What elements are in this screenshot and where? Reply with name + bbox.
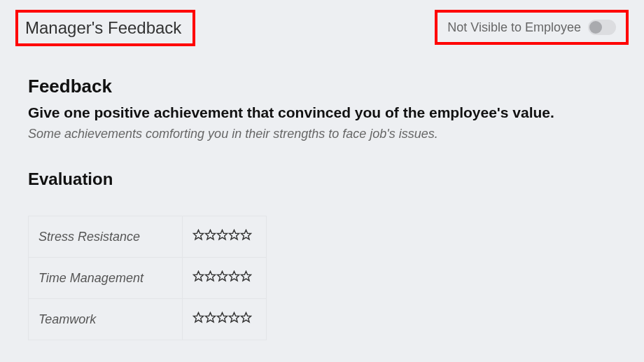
feedback-question: Give one positive achievement that convi… <box>28 104 616 121</box>
content-area: Feedback Give one positive achievement t… <box>0 20 644 340</box>
svg-marker-9 <box>241 271 251 280</box>
evaluation-rating[interactable] <box>183 216 267 258</box>
star-icon[interactable] <box>240 270 252 286</box>
star-icon[interactable] <box>204 229 216 244</box>
svg-marker-4 <box>241 230 251 239</box>
star-rating[interactable] <box>192 229 256 244</box>
star-icon[interactable] <box>204 312 216 327</box>
star-icon[interactable] <box>240 229 252 244</box>
table-row: Stress Resistance <box>29 216 267 258</box>
star-rating[interactable] <box>192 270 256 286</box>
visibility-highlight: Not Visible to Employee <box>435 10 629 45</box>
svg-marker-5 <box>193 271 203 280</box>
section-title: Manager's Feedback <box>25 18 181 37</box>
star-icon[interactable] <box>216 229 228 244</box>
star-icon[interactable] <box>228 270 240 286</box>
table-row: Time Management <box>29 258 267 299</box>
svg-marker-0 <box>193 230 203 239</box>
svg-marker-2 <box>217 230 227 239</box>
star-icon[interactable] <box>228 229 240 244</box>
evaluation-rating[interactable] <box>183 258 267 299</box>
star-icon[interactable] <box>192 312 204 327</box>
svg-marker-14 <box>241 312 251 321</box>
evaluation-table: Stress ResistanceTime ManagementTeamwork <box>28 216 267 340</box>
evaluation-criteria-label: Teamwork <box>29 299 183 340</box>
visibility-toggle[interactable] <box>588 20 616 35</box>
star-icon[interactable] <box>192 270 204 286</box>
evaluation-criteria-label: Time Management <box>29 258 183 299</box>
feedback-hint: Some achievements comforting you in thei… <box>28 127 616 141</box>
star-icon[interactable] <box>216 270 228 286</box>
svg-marker-12 <box>217 312 227 321</box>
evaluation-rating[interactable] <box>183 299 267 340</box>
star-icon[interactable] <box>228 312 240 327</box>
svg-marker-13 <box>229 312 239 321</box>
svg-marker-1 <box>205 230 215 239</box>
svg-marker-8 <box>229 271 239 280</box>
svg-marker-6 <box>205 271 215 280</box>
visibility-label: Not Visible to Employee <box>447 20 581 35</box>
header-row: Manager's Feedback Not Visible to Employ… <box>0 0 644 20</box>
star-icon[interactable] <box>216 312 228 327</box>
evaluation-criteria-label: Stress Resistance <box>29 216 183 258</box>
star-icon[interactable] <box>192 229 204 244</box>
toggle-knob <box>589 21 602 34</box>
svg-marker-11 <box>205 312 215 321</box>
feedback-heading: Feedback <box>28 76 616 97</box>
svg-marker-3 <box>229 230 239 239</box>
evaluation-heading: Evaluation <box>28 169 616 189</box>
star-rating[interactable] <box>192 312 256 327</box>
section-title-highlight: Manager's Feedback <box>15 10 195 46</box>
star-icon[interactable] <box>204 270 216 286</box>
svg-marker-7 <box>217 271 227 280</box>
svg-marker-10 <box>193 312 203 321</box>
star-icon[interactable] <box>240 312 252 327</box>
table-row: Teamwork <box>29 299 267 340</box>
